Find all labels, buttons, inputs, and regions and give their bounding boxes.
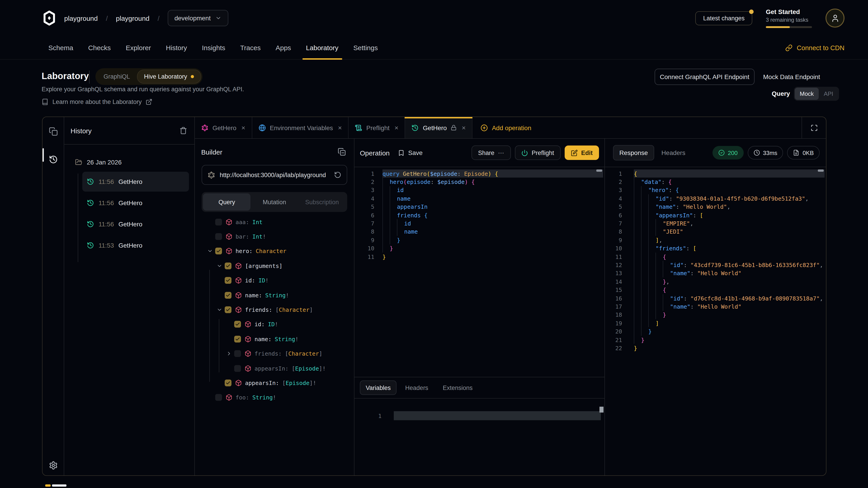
query-mode-api[interactable]: API [819,88,838,100]
tree-field-row[interactable]: bar:Int! [195,229,354,244]
history-entry[interactable]: 11:56GetHero [82,193,189,213]
settings-button[interactable] [49,461,58,470]
field-checkbox[interactable] [215,219,222,225]
field-checkbox[interactable] [225,380,231,386]
variables-scrollbar-thumb[interactable] [599,407,603,413]
share-menu-dots[interactable]: ⋯ [498,149,504,156]
close-tab-icon[interactable]: × [338,124,342,131]
environment-select[interactable]: development [168,10,228,26]
hive-logo-icon[interactable] [41,10,57,26]
mock-data-endpoint-button[interactable]: Mock Data Endpoint [763,69,820,85]
preflight-button[interactable]: Preflight [515,145,560,160]
tab-environment-variables[interactable]: Environment Variables× [252,117,348,138]
nav-tab-insights[interactable]: Insights [198,36,229,59]
collections-button[interactable] [49,127,58,136]
field-checkbox[interactable] [215,394,222,401]
close-tab-icon[interactable]: × [395,124,399,131]
breadcrumb-org[interactable]: playground [64,14,98,22]
code-line: 3"hero": { [605,186,826,195]
response-json-viewer[interactable]: 1{2"data": {3"hero": {4"id": "93038304-0… [605,167,826,475]
tab-response[interactable]: Response [613,145,654,160]
nav-tab-traces[interactable]: Traces [237,36,265,59]
close-tab-icon[interactable]: × [462,124,466,131]
field-checkbox[interactable] [225,306,231,313]
user-avatar[interactable] [826,8,844,28]
fullscreen-button[interactable] [802,117,826,138]
query-mode-mock[interactable]: Mock [795,88,819,100]
editor-scrollbar-thumb[interactable] [818,169,824,172]
tab-response-headers[interactable]: Headers [659,149,688,156]
nav-tab-schema[interactable]: Schema [45,36,77,59]
nav-tab-checks[interactable]: Checks [85,36,114,59]
save-operation-button[interactable]: Save [398,149,423,156]
code-line: 15{ [605,286,826,294]
share-button[interactable]: Share ⋯ [472,145,511,160]
learn-more-link[interactable]: Learn more about the Laboratory [41,98,153,105]
field-checkbox[interactable] [234,350,241,357]
field-checkbox[interactable] [234,321,241,328]
subtab-variables[interactable]: Variables [360,381,397,395]
history-rail-button[interactable] [49,155,58,164]
response-panel: Response Headers 200 33ms [605,139,826,475]
history-date-group[interactable]: 26 Jan 2026 [64,155,194,170]
mode-option-graphiql[interactable]: GraphiQL [97,70,137,84]
field-checkbox[interactable] [234,336,241,343]
nav-tab-history[interactable]: History [162,36,191,59]
get-started-widget[interactable]: Get Started 3 remaining tasks [766,8,812,28]
refresh-schema-button[interactable] [334,171,341,178]
connect-graphql-endpoint-button[interactable]: Connect GraphQL API Endpoint [655,69,754,85]
operation-type-subscription[interactable]: Subscription [298,193,346,210]
tree-field-row[interactable]: appearsIn:[Episode]! [195,376,354,390]
nav-tab-apps[interactable]: Apps [272,36,294,59]
add-operation-button[interactable]: Add operation [472,117,539,138]
tree-field-row[interactable]: id:ID! [195,273,354,288]
subtab-extensions[interactable]: Extensions [437,381,478,395]
subtab-headers[interactable]: Headers [399,381,434,395]
tab-preflight[interactable]: Preflight× [349,117,405,138]
field-checkbox[interactable] [215,233,222,240]
collapse-builder-button[interactable] [338,148,346,156]
nav-tab-laboratory[interactable]: Laboratory [303,36,342,59]
operation-type-query[interactable]: Query [203,193,251,210]
clear-history-button[interactable] [180,127,187,135]
indent-guide [634,327,641,336]
endpoint-url-input[interactable]: http://localhost:3000/api/lab/playground [202,165,347,185]
field-checkbox[interactable] [234,365,241,372]
operation-type-mutation[interactable]: Mutation [251,193,298,210]
history-entry[interactable]: 11:53GetHero [82,235,189,255]
chevron-down-icon[interactable] [216,263,223,269]
field-checkbox[interactable] [225,277,231,284]
field-checkbox[interactable] [225,263,231,269]
code-token: ] [655,320,659,326]
nav-tab-settings[interactable]: Settings [350,36,381,59]
connect-to-cdn-link[interactable]: Connect to CDN [785,44,844,51]
indent-guide [634,178,641,186]
tree-field-row[interactable]: friends:[Character] [195,302,354,317]
close-tab-icon[interactable]: × [241,124,246,131]
latest-changes-button[interactable]: Latest changes [695,11,752,25]
chevron-down-icon[interactable] [206,248,213,254]
editor-scrollbar-thumb[interactable] [596,169,602,172]
mode-option-hive-laboratory[interactable]: Hive Laboratory [137,70,201,84]
tab-gethero[interactable]: GetHero× [195,117,252,138]
history-entry[interactable]: 11:56GetHero [82,172,189,192]
variables-current-line[interactable] [394,411,601,420]
tree-field-row[interactable]: name:String! [195,288,354,302]
page-hscrollbar[interactable] [45,484,66,487]
nav-tab-explorer[interactable]: Explorer [122,36,155,59]
field-checkbox[interactable] [215,248,222,255]
breadcrumb-project[interactable]: playground [116,14,149,22]
graphql-query-editor[interactable]: 1query GetHero($episode: Episode) {2hero… [354,167,604,377]
tree-field-row[interactable]: foo:String! [195,390,354,405]
history-entry[interactable]: 11:56GetHero [82,214,189,234]
tree-field-row[interactable]: hero:Character [195,244,354,259]
chevron-down-icon[interactable] [216,307,223,313]
field-name: id: [245,277,255,284]
tree-field-row[interactable]: [arguments] [195,258,354,273]
tab-gethero[interactable]: GetHero× [405,117,472,138]
field-checkbox[interactable] [225,292,231,298]
chevron-right-icon[interactable] [225,351,232,357]
edit-button[interactable]: Edit [564,145,599,160]
tree-field-row[interactable]: aaa:Int [195,215,354,229]
variables-editor[interactable]: 1 [354,398,604,475]
